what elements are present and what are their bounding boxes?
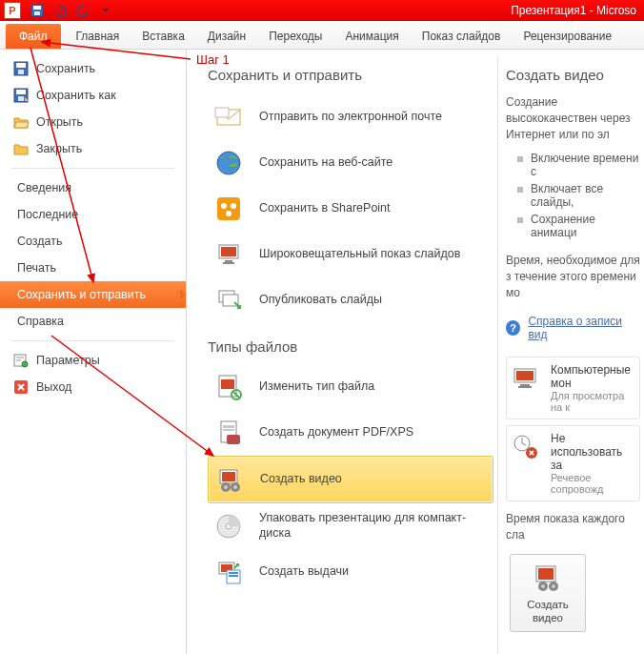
svg-rect-36 <box>222 472 235 481</box>
video-icon <box>214 464 245 495</box>
sidebar-item-options[interactable]: Параметры <box>0 347 186 374</box>
svg-point-58 <box>541 584 545 588</box>
action-publish-slides[interactable]: Опубликовать слайды <box>208 277 493 323</box>
svg-rect-46 <box>229 572 238 574</box>
tab-design[interactable]: Дизайн <box>196 24 257 49</box>
svg-rect-47 <box>229 575 238 577</box>
action-send-email[interactable]: Отправить по электронной почте <box>208 94 493 140</box>
section-file-types-title: Типы файлов <box>208 338 493 355</box>
option-monitor-quality[interactable]: Компьютерные мон Для просмотра на к <box>506 357 640 419</box>
bullet-item: Сохранение анимаци <box>517 213 640 239</box>
action-label: Отправить по электронной почте <box>259 110 442 125</box>
tab-file[interactable]: Файл <box>6 24 61 49</box>
separator <box>11 168 174 169</box>
right-description: Создание высококачествен через Интернет … <box>506 94 640 142</box>
action-label: Создать видео <box>260 472 342 487</box>
content-left-column: Сохранить и отправить Отправить по элект… <box>208 57 493 654</box>
globe-icon <box>213 148 244 178</box>
tab-slideshow[interactable]: Показ слайдов <box>411 24 513 49</box>
sidebar-item-save[interactable]: Сохранить <box>0 55 186 82</box>
bullet-icon <box>517 217 523 223</box>
svg-rect-34 <box>227 435 240 444</box>
quick-access-toolbar <box>29 2 114 19</box>
svg-rect-55 <box>538 568 553 580</box>
sidebar-item-help[interactable]: Справка <box>0 308 186 335</box>
svg-point-39 <box>224 485 228 489</box>
action-label: Опубликовать слайды <box>259 293 382 308</box>
sidebar-item-label: Создать <box>17 235 63 248</box>
sidebar-item-label: Открыть <box>36 115 83 129</box>
save-icon <box>13 61 29 76</box>
sharepoint-icon <box>213 194 244 224</box>
svg-rect-50 <box>520 384 530 386</box>
action-package-cd[interactable]: Упаковать презентацию для компакт-диска <box>208 503 493 549</box>
svg-rect-2 <box>34 11 40 15</box>
svg-rect-15 <box>215 108 229 117</box>
sidebar-item-close[interactable]: Закрыть <box>0 135 186 162</box>
tab-insert[interactable]: Вставка <box>131 24 196 49</box>
tab-animations[interactable]: Анимация <box>333 24 410 49</box>
changetype-icon <box>213 372 244 402</box>
tab-home[interactable]: Главная <box>65 24 131 49</box>
svg-rect-32 <box>223 425 234 428</box>
svg-point-16 <box>217 152 240 174</box>
action-broadcast[interactable]: Широковещательный показ слайдов <box>208 232 493 277</box>
sidebar-item-saveas[interactable]: Сохранить как <box>0 82 186 109</box>
qat-dropdown-icon[interactable] <box>97 2 114 19</box>
tab-transitions[interactable]: Переходы <box>257 24 333 49</box>
svg-point-19 <box>221 203 227 209</box>
help-link[interactable]: Справка о записи вид <box>528 315 640 341</box>
tab-review[interactable]: Рецензирование <box>512 24 623 49</box>
sidebar-item-new[interactable]: Создать <box>0 228 186 255</box>
action-create-video[interactable]: Создать видео <box>208 456 493 503</box>
sidebar-item-save-send[interactable]: Сохранить и отправить <box>0 281 186 308</box>
create-video-button[interactable]: Создать видео <box>510 554 586 632</box>
backstage-content: Сохранить и отправить Отправить по элект… <box>187 50 644 654</box>
qat-undo-icon[interactable] <box>51 2 69 19</box>
svg-point-40 <box>233 485 237 489</box>
bullet-icon <box>517 187 523 193</box>
cd-icon <box>213 511 244 542</box>
exit-icon <box>13 379 29 395</box>
sidebar-item-info[interactable]: Сведения <box>0 174 186 201</box>
sidebar-item-label: Закрыть <box>36 142 82 155</box>
help-row: ? Справка о записи вид <box>506 315 640 341</box>
sidebar-item-recent[interactable]: Последние <box>0 201 186 228</box>
saveas-icon <box>13 88 29 103</box>
option-title: Компьютерные мон <box>551 363 635 390</box>
svg-point-21 <box>226 211 231 216</box>
folder-close-icon <box>13 141 29 156</box>
publish-icon <box>213 285 244 316</box>
action-label: Сохранить в SharePoint <box>259 201 391 216</box>
annotation-step1: Шаг 1 <box>196 52 230 67</box>
sidebar-item-exit[interactable]: Выход <box>0 374 186 400</box>
sidebar-item-label: Последние <box>17 208 78 221</box>
folder-open-icon <box>13 114 29 130</box>
svg-rect-1 <box>33 6 41 10</box>
action-label: Изменить тип файла <box>259 379 374 395</box>
option-no-timings[interactable]: Не использовать за Речевое сопровожд <box>506 425 640 501</box>
svg-rect-25 <box>223 262 234 264</box>
sidebar-item-label: Справка <box>17 315 64 328</box>
sidebar-item-print[interactable]: Печать <box>0 255 186 281</box>
qat-save-icon[interactable] <box>29 2 46 19</box>
sidebar-item-label: Сохранить как <box>36 89 116 102</box>
right-time-desc: Время, необходимое для з течение этого в… <box>506 253 640 300</box>
svg-rect-8 <box>18 96 24 101</box>
qat-redo-icon[interactable] <box>74 2 91 19</box>
bullet-icon <box>517 156 523 162</box>
svg-rect-11 <box>16 359 21 361</box>
svg-rect-4 <box>16 63 26 68</box>
action-save-web[interactable]: Сохранить на веб-сайте <box>208 140 493 186</box>
help-icon: ? <box>506 320 520 336</box>
svg-rect-51 <box>518 386 532 388</box>
action-create-pdf[interactable]: Создать документ PDF/XPS <box>208 410 493 456</box>
sidebar-item-open[interactable]: Открыть <box>0 109 186 135</box>
svg-rect-49 <box>516 371 533 380</box>
ribbon-tabs: Файл Главная Вставка Дизайн Переходы Ани… <box>0 21 644 50</box>
sidebar-item-label: Выход <box>36 380 71 394</box>
action-create-handouts[interactable]: Создать выдачи <box>208 549 493 595</box>
sidebar-item-label: Печать <box>17 261 56 275</box>
action-change-type[interactable]: Изменить тип файла <box>208 364 493 410</box>
action-save-sharepoint[interactable]: Сохранить в SharePoint <box>208 186 493 232</box>
